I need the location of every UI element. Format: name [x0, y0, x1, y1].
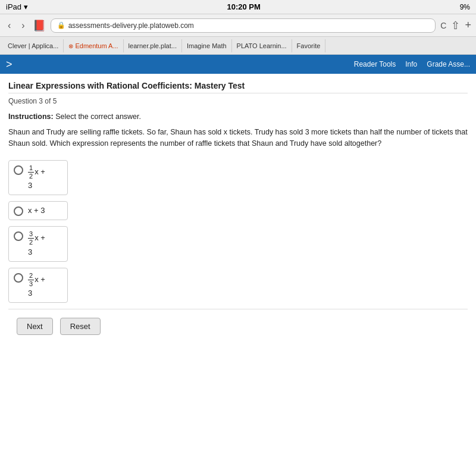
fraction-d: 2 3: [28, 272, 34, 288]
choice-d[interactable]: 2 3 x +3: [8, 268, 68, 303]
radio-d[interactable]: [14, 273, 23, 283]
question-counter: Question 3 of 5: [8, 97, 468, 105]
answer-choices: 1 2 x +3 x + 3 3 2 x +3: [8, 160, 468, 303]
fraction-a: 1 2: [28, 164, 34, 180]
choice-b-label: x + 3: [28, 205, 45, 216]
back-button[interactable]: ‹: [5, 19, 14, 32]
main-content: Linear Expressions with Rational Coeffic…: [0, 74, 476, 476]
radio-a[interactable]: [14, 165, 23, 175]
forward-button[interactable]: ›: [18, 19, 27, 32]
info-link[interactable]: Info: [405, 60, 417, 68]
page-header: > Reader Tools Info Grade Asse...: [0, 55, 476, 74]
header-links: Reader Tools Info Grade Asse...: [354, 60, 470, 68]
next-button[interactable]: Next: [17, 318, 53, 335]
tab-edmentum[interactable]: ⊗ Edmentum A...: [64, 39, 123, 52]
refresh-button[interactable]: C: [440, 21, 446, 30]
instructions: Instructions: Select the correct answer.: [8, 112, 468, 121]
tab-favorites[interactable]: Favorite: [292, 39, 326, 52]
instructions-label: Instructions:: [8, 112, 54, 121]
reset-button[interactable]: Reset: [60, 318, 101, 335]
radio-c[interactable]: [14, 231, 23, 241]
lesson-title: Linear Expressions with Rational Coeffic…: [8, 81, 468, 93]
status-time: 10:20 PM: [227, 2, 260, 11]
status-bar: iPad ▾ 10:20 PM 9%: [0, 0, 476, 14]
choice-c[interactable]: 3 2 x +3: [8, 226, 68, 262]
browser-toolbar: ‹ › 📕 🔒 assessments-delivery.ple.platowe…: [0, 14, 476, 37]
choice-a[interactable]: 1 2 x +3: [8, 160, 68, 196]
bottom-bar: Next Reset: [8, 309, 468, 343]
choice-b[interactable]: x + 3: [8, 201, 68, 220]
lock-icon: 🔒: [57, 21, 65, 29]
share-icon[interactable]: ⇧: [451, 19, 460, 32]
instructions-text: Select the correct answer.: [55, 112, 141, 121]
choice-c-label: 3 2 x +3: [28, 230, 45, 258]
url-text: assessments-delivery.ple.platoweb.com: [68, 21, 194, 30]
radio-b[interactable]: [14, 206, 23, 216]
tab-imagine[interactable]: Imagine Math: [182, 39, 232, 52]
back-chevron[interactable]: >: [6, 58, 12, 71]
device-label: iPad ▾: [6, 2, 28, 11]
bookmarks-icon[interactable]: 📕: [33, 19, 46, 32]
address-bar[interactable]: 🔒 assessments-delivery.ple.platoweb.com: [51, 18, 436, 33]
question-text: Shaun and Trudy are selling raffle ticke…: [8, 127, 468, 149]
reader-tools-link[interactable]: Reader Tools: [354, 60, 396, 68]
tab-learner[interactable]: learner.ple.plat...: [124, 39, 182, 52]
tab-plato[interactable]: PLATO Learnin...: [232, 39, 292, 52]
tab-clever[interactable]: Clever | Applica...: [3, 39, 64, 52]
grade-assessment-link[interactable]: Grade Asse...: [427, 60, 470, 68]
toolbar-actions: C ⇧ +: [440, 19, 471, 32]
fraction-c: 3 2: [28, 230, 34, 246]
status-left: iPad ▾: [6, 2, 28, 11]
choice-a-label: 1 2 x +3: [28, 164, 45, 192]
choice-d-label: 2 3 x +3: [28, 272, 45, 299]
status-battery: 9%: [460, 3, 470, 11]
add-tab-icon[interactable]: +: [465, 19, 471, 32]
tab-bar: Clever | Applica... ⊗ Edmentum A... lear…: [0, 37, 476, 55]
